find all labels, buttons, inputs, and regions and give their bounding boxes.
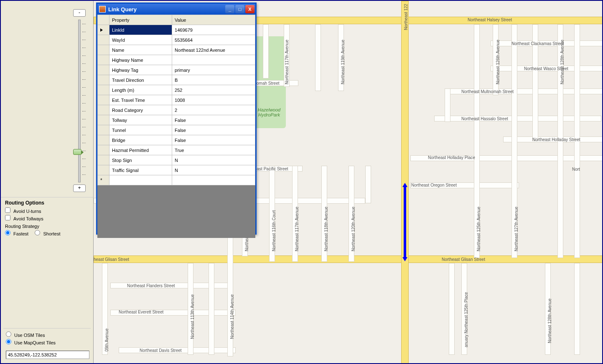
street-label: Northeast Davis Street	[140, 348, 182, 353]
table-row[interactable]: Highway Tagprimary	[98, 65, 255, 75]
property-cell[interactable]	[109, 175, 172, 185]
property-cell[interactable]: Bridge	[109, 135, 172, 145]
road	[209, 263, 214, 355]
arrowhead-down-icon	[402, 257, 407, 261]
row-header[interactable]	[98, 105, 109, 115]
value-cell[interactable]: B	[172, 75, 255, 85]
street-label: Northeast Holladay Street	[532, 137, 580, 142]
property-cell[interactable]: Tunnel	[109, 125, 172, 135]
row-header[interactable]	[98, 155, 109, 165]
table-row[interactable]: BridgeFalse	[98, 135, 255, 145]
property-cell[interactable]: Road Category	[109, 105, 172, 115]
value-cell[interactable]	[172, 55, 255, 65]
value-cell[interactable]: Northeast 122nd Avenue	[172, 45, 255, 55]
value-cell[interactable]: 5535664	[172, 35, 255, 45]
property-cell[interactable]: Length (m)	[109, 85, 172, 95]
property-cell[interactable]: Name	[109, 45, 172, 55]
zoom-track[interactable]	[78, 20, 81, 182]
zoom-tick	[82, 71, 86, 72]
table-row[interactable]: Length (m)252	[98, 85, 255, 95]
row-header[interactable]	[98, 35, 109, 45]
row-header[interactable]	[98, 95, 109, 105]
zoom-in-button[interactable]: +	[73, 185, 86, 192]
value-cell[interactable]: False	[172, 125, 255, 135]
value-cell[interactable]: 2	[172, 105, 255, 115]
value-cell[interactable]: 1008	[172, 95, 255, 105]
property-cell[interactable]: Highway Tag	[109, 65, 172, 75]
avoid-uturns-checkbox[interactable]	[5, 207, 10, 213]
property-cell[interactable]: Tollway	[109, 115, 172, 125]
value-cell[interactable]: False	[172, 135, 255, 145]
zoom-tick	[82, 167, 86, 167]
minimize-button[interactable]: _	[225, 5, 234, 13]
street-label: Northeast 122	[404, 4, 408, 30]
zoom-tick	[82, 143, 86, 143]
maximize-button[interactable]: □	[235, 5, 244, 13]
avoid-tollways-checkbox[interactable]	[5, 215, 10, 220]
street-label: Northeast 128th Avenue	[560, 40, 565, 84]
new-row-indicator: *	[98, 175, 109, 185]
street-label: Northeast 118th Avenue	[324, 207, 328, 251]
property-cell[interactable]: Traffic Signal	[109, 165, 172, 175]
value-cell[interactable]: 252	[172, 85, 255, 95]
fastest-radio[interactable]	[5, 230, 10, 235]
table-row[interactable]: Travel DirectionB	[98, 75, 255, 85]
table-row[interactable]: Hazmat PermittedTrue	[98, 145, 255, 155]
table-row[interactable]: Highway Name	[98, 55, 255, 65]
property-cell[interactable]: Highway Name	[109, 55, 172, 65]
row-header[interactable]	[98, 65, 109, 75]
dialog-title: Link Query	[108, 6, 137, 13]
osm-tiles-radio[interactable]	[6, 331, 11, 337]
row-header[interactable]	[98, 55, 109, 65]
link-query-dialog[interactable]: Link Query _ □ X Property Value LinkId14…	[96, 3, 257, 235]
table-row[interactable]: TollwayFalse	[98, 115, 255, 125]
property-cell[interactable]: Travel Direction	[109, 75, 172, 85]
row-header[interactable]	[98, 85, 109, 95]
row-header[interactable]	[98, 135, 109, 145]
value-header[interactable]: Value	[172, 15, 255, 25]
routing-options-panel: Routing Options Avoid U-turns Avoid Toll…	[1, 197, 93, 240]
street-label: Northeast Holladay Place	[428, 155, 475, 160]
value-cell[interactable]: True	[172, 145, 255, 155]
table-row[interactable]: Road Category2	[98, 105, 255, 115]
shortest-label: Shortest	[43, 231, 60, 236]
property-cell[interactable]: WayId	[109, 35, 172, 45]
value-cell[interactable]: 1469679	[172, 25, 255, 35]
zoom-out-button[interactable]: -	[73, 9, 86, 17]
property-cell[interactable]: LinkId	[109, 25, 172, 35]
table-row[interactable]: TunnelFalse	[98, 125, 255, 135]
close-button[interactable]: X	[245, 5, 254, 13]
row-header[interactable]	[98, 145, 109, 155]
street-label: Northeast 116th Court	[272, 210, 276, 251]
table-row[interactable]: LinkId1469679	[98, 25, 255, 35]
property-header[interactable]: Property	[109, 15, 172, 25]
property-grid[interactable]: Property Value LinkId1469679WayId5535664…	[97, 15, 255, 238]
shortest-radio[interactable]	[35, 230, 40, 235]
table-row[interactable]: NameNortheast 122nd Avenue	[98, 45, 255, 55]
value-cell[interactable]	[172, 175, 255, 185]
value-cell[interactable]: primary	[172, 65, 255, 75]
property-cell[interactable]: Stop Sign	[109, 155, 172, 165]
value-cell[interactable]: N	[172, 155, 255, 165]
property-cell[interactable]: Est. Travel Time	[109, 95, 172, 105]
property-cell[interactable]: Hazmat Permitted	[109, 145, 172, 155]
row-header[interactable]	[98, 125, 109, 135]
row-header[interactable]	[98, 115, 109, 125]
row-header[interactable]	[98, 75, 109, 85]
row-header[interactable]	[98, 165, 109, 175]
zoom-tick	[82, 48, 86, 48]
row-header[interactable]	[98, 25, 109, 35]
table-row[interactable]: Traffic SignalN	[98, 165, 255, 175]
mapquest-tiles-radio[interactable]	[6, 339, 11, 344]
table-row[interactable]: WayId5535664	[98, 35, 255, 45]
table-row[interactable]: Est. Travel Time1008	[98, 95, 255, 105]
zoom-thumb[interactable]	[73, 149, 81, 155]
street-label: Northeast Multnomah Street	[461, 89, 514, 94]
street-label: Northeast 120th Avenue	[351, 207, 356, 251]
table-row[interactable]: Stop SignN	[98, 155, 255, 165]
dialog-titlebar[interactable]: Link Query _ □ X	[97, 4, 255, 15]
value-cell[interactable]: N	[172, 165, 255, 175]
value-cell[interactable]: False	[172, 115, 255, 125]
row-header[interactable]	[98, 45, 109, 55]
new-row[interactable]: *	[98, 175, 255, 185]
